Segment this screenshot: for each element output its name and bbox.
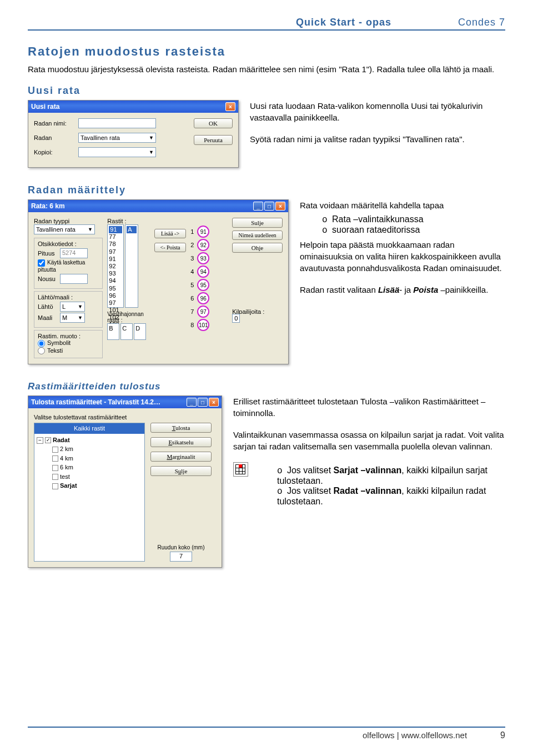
dlg2-nousu-input[interactable]: [60, 274, 88, 284]
list-item[interactable]: D: [134, 323, 146, 340]
dlg2-rastit-list[interactable]: 91 77 78 97 91 92 93 94 95 96 97 101 102…: [107, 224, 124, 308]
dlg3-subtitle: Valitse tulostettavat rastimääritteet: [34, 414, 216, 420]
dlg2-kilpailijoita-input[interactable]: 0: [232, 314, 240, 323]
dlg1-name-input[interactable]: [78, 118, 156, 128]
list-item[interactable]: 94: [109, 277, 122, 284]
control-circle-icon[interactable]: 101: [197, 319, 209, 331]
s3-p3: Radan rastit valitaan Lisää- ja Poista –…: [300, 284, 505, 296]
dlg2-symbolit-radio[interactable]: [38, 340, 45, 347]
dlg2-title: Rata: 6 km: [31, 202, 65, 210]
close-icon[interactable]: ×: [275, 202, 285, 211]
dlg1-cancel-button[interactable]: Peruuta: [194, 135, 233, 145]
tree-item[interactable]: 2 km: [52, 444, 142, 454]
list-item[interactable]: 93: [109, 270, 122, 277]
s4-p1: Erilliset rastimääritteet tulostetaan Tu…: [233, 395, 505, 419]
control-circle-icon[interactable]: 94: [197, 266, 209, 278]
dlg2-laskettu-checkbox[interactable]: [38, 259, 45, 267]
s4-p2: Valintaikkunan vasemmassa osassa on kilp…: [233, 429, 505, 452]
dlg2-label-lahtomaali: Lähtö/maali :: [38, 294, 99, 301]
tree-item[interactable]: test: [52, 472, 142, 482]
section2-para2: Syötä radan nimi ja valitse radan tyypik…: [250, 133, 505, 145]
dlg3-tree[interactable]: Kaikki rastit −✓Radat 2 km 4 km 6 km tes…: [34, 423, 145, 562]
dlg2-rastit-list2[interactable]: A: [125, 224, 138, 308]
text-span: Sarjat –valinnan: [334, 465, 402, 475]
dlg2-teksti-radio[interactable]: [38, 347, 45, 354]
order-num: 5: [190, 282, 194, 288]
maximize-icon[interactable]: □: [198, 398, 208, 407]
chevron-down-icon: ▼: [78, 315, 83, 321]
dlg3-label-ruutu: Ruudun koko (mm): [150, 544, 212, 550]
list-item[interactable]: B: [107, 323, 119, 340]
list-item[interactable]: 77: [109, 233, 122, 241]
dlg2-lahto-select[interactable]: L▼: [60, 302, 85, 312]
tree-item-label: test: [60, 473, 70, 480]
order-num: 1: [190, 228, 194, 235]
tree-item[interactable]: 4 km: [52, 454, 142, 463]
dlg2-type-select[interactable]: Tavallinen rata▼: [34, 224, 95, 234]
footer-credit: olfellows | www.olfellows.net: [363, 730, 467, 740]
dlg1-titlebar[interactable]: Uusi rata ×: [28, 101, 238, 113]
control-circle-icon[interactable]: 97: [197, 306, 209, 318]
dlg3-titlebar[interactable]: Tulosta rastimääritteet - Talvirastit 14…: [28, 396, 222, 408]
dlg3-tulosta-button[interactable]: Tulosta: [150, 423, 212, 433]
page-header: Quick Start - opas Condes 7: [28, 17, 505, 31]
list-item[interactable]: 91: [109, 226, 122, 233]
list-item[interactable]: 97: [109, 248, 122, 256]
dlg3-marginaalit-button[interactable]: Marginaalit: [150, 452, 212, 462]
list-item[interactable]: 95: [109, 285, 122, 292]
dlg2-label-muoto: Rastim. muoto :: [38, 333, 99, 339]
minimize-icon[interactable]: _: [253, 202, 263, 211]
dlg1-copy-select[interactable]: ▼: [78, 147, 156, 157]
text-span: Lisää: [378, 285, 399, 294]
dlg2-titlebar[interactable]: Rata: 6 km _ □ ×: [28, 200, 288, 212]
tree-item[interactable]: Sarjat: [52, 481, 142, 490]
dlg2-pituus-input[interactable]: 5274: [60, 248, 88, 258]
dlg1-ok-button[interactable]: OK: [194, 118, 233, 128]
dlg3-ruutu-input[interactable]: 7: [170, 552, 192, 562]
list-item[interactable]: 78: [109, 241, 122, 248]
order-num: 7: [190, 308, 194, 315]
dlg2-lisaa-button[interactable]: Lisää ->: [154, 229, 186, 238]
tree-item[interactable]: 6 km: [52, 463, 142, 472]
header-title: Quick Start - opas: [296, 17, 391, 28]
control-circle-icon[interactable]: 91: [197, 226, 209, 238]
control-circle-icon[interactable]: 96: [197, 292, 209, 304]
header-product: Condes 7: [458, 17, 505, 28]
dlg1-label-name: Radan nimi:: [34, 120, 78, 127]
minimize-icon[interactable]: _: [187, 398, 197, 407]
tree-root[interactable]: −✓Radat: [37, 435, 142, 445]
list-item[interactable]: 92: [109, 263, 122, 270]
maximize-icon[interactable]: □: [264, 202, 274, 211]
dlg2-order-list: 191 292 393 494 595 696 797 8101: [190, 226, 228, 331]
control-circle-icon[interactable]: 95: [197, 279, 209, 291]
list-item[interactable]: 96: [109, 292, 122, 299]
control-circle-icon[interactable]: 93: [197, 252, 209, 264]
close-icon[interactable]: ×: [225, 102, 235, 111]
control-circle-icon[interactable]: 92: [197, 239, 209, 251]
list-item[interactable]: 97: [109, 299, 122, 307]
chevron-down-icon: ▼: [88, 227, 93, 232]
dlg1-label-copy: Kopioi:: [34, 149, 78, 156]
dlg3-tree-header: Kaikki rastit: [34, 423, 144, 434]
dlg2-poista-button[interactable]: <- Poista: [154, 243, 186, 252]
text-span: –painikkeilla.: [438, 285, 488, 294]
list-item[interactable]: 91: [109, 256, 122, 263]
dlg2-nimea-button[interactable]: Nimeä uudelleen: [232, 231, 283, 240]
dlg2-ohje-button[interactable]: Ohje: [232, 243, 283, 253]
dlg3-esikatselu-button[interactable]: Esikatselu: [150, 437, 212, 447]
list-item[interactable]: C: [120, 323, 133, 340]
text-span: Radat –valinnan: [334, 486, 402, 495]
dlg1-type-select[interactable]: Tavallinen rata ▼: [78, 133, 156, 143]
dlg3-sulje-button[interactable]: Sulje: [150, 466, 212, 476]
dlg2-sulje-button[interactable]: Sulje: [232, 218, 283, 228]
list-item[interactable]: A: [127, 226, 137, 233]
dlg2-label-pituus: Pituus: [38, 250, 60, 257]
dlg2-maali-select[interactable]: M▼: [60, 313, 85, 323]
dialog-tulosta: Tulosta rastimääritteet - Talvirastit 14…: [28, 395, 222, 568]
dlg1-label-type: Radan: [34, 134, 78, 141]
dlg2-label-viesti: Viestihajonnan rastit :: [107, 311, 150, 323]
section2-heading: Uusi rata: [28, 85, 505, 97]
section3-heading: Radan määrittely: [28, 184, 505, 196]
close-icon[interactable]: ×: [209, 398, 219, 407]
order-num: 4: [190, 268, 194, 275]
